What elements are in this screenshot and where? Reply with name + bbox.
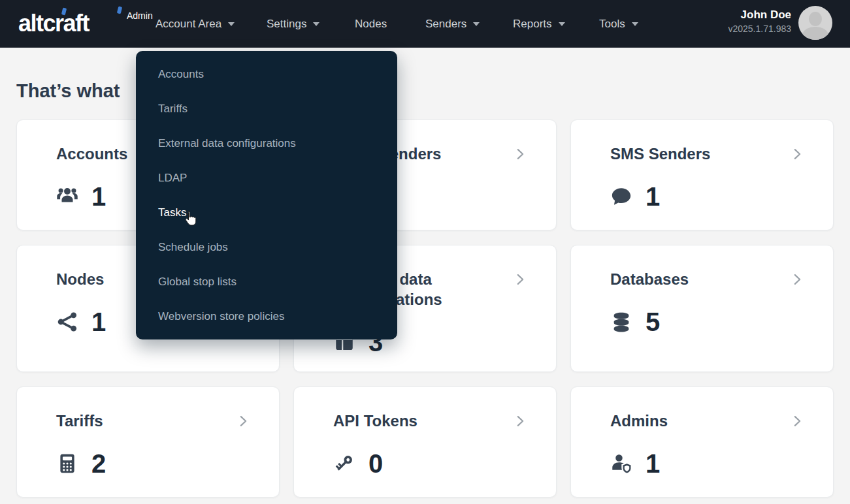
nav-label: Account Area (155, 18, 221, 31)
nav-label: Settings (267, 18, 306, 31)
card-count: 0 (368, 450, 383, 477)
nav-label: Nodes (355, 18, 387, 31)
chevron-right-icon (513, 272, 527, 287)
card-api-tokens[interactable]: API Tokens 0 (293, 386, 557, 497)
menu-item-tariffs[interactable]: Tariffs (136, 91, 397, 126)
chevron-right-icon (790, 272, 804, 287)
menu-item-accounts[interactable]: Accounts (136, 57, 397, 91)
brand-wordmark: altcraft (18, 10, 89, 37)
card-title: SMS Senders (610, 144, 710, 164)
chevron-down-icon (632, 22, 638, 26)
menu-item-ldap[interactable]: LDAP (136, 161, 397, 195)
card-count: 1 (91, 309, 106, 335)
menu-item-global-stop-lists[interactable]: Global stop lists (136, 264, 397, 299)
card-admins[interactable]: Admins 1 (570, 386, 834, 497)
calculator-icon (56, 452, 78, 475)
nav-nodes[interactable]: Nodes (355, 0, 387, 48)
card-title: Accounts (56, 144, 127, 164)
card-count: 1 (646, 450, 660, 477)
speech-bubble-icon (610, 185, 632, 208)
menu-item-external-data-configurations[interactable]: External data configurations (136, 126, 397, 161)
avatar-silhouette (809, 12, 822, 26)
nav-account-area[interactable]: Account Area (155, 0, 235, 48)
user-shield-icon (610, 452, 632, 475)
chevron-right-icon (790, 414, 804, 428)
menu-item-schedule-jobs[interactable]: Schedule jobs (136, 230, 397, 264)
topbar: altcraft Admin Account Area Settings Nod… (0, 0, 850, 48)
menu-item-tasks[interactable]: Tasks (136, 195, 397, 230)
card-count: 1 (646, 183, 660, 210)
card-count: 1 (91, 183, 106, 210)
nav-label: Reports (513, 18, 552, 31)
menu-item-webversion-store-policies[interactable]: Webversion store policies (136, 299, 397, 334)
brand-logo[interactable]: altcraft Admin (18, 9, 89, 38)
users-icon (56, 185, 78, 208)
chevron-right-icon (790, 147, 804, 161)
card-title: API Tokens (333, 411, 417, 431)
card-title: Nodes (56, 269, 104, 289)
chevron-right-icon (513, 414, 527, 428)
avatar-silhouette (802, 27, 828, 40)
user-info: John Doe v2025.1.71.983 (728, 8, 791, 35)
cursor-pointer-icon (182, 210, 198, 228)
chevron-down-icon (313, 22, 319, 26)
chevron-down-icon (559, 22, 565, 26)
nav-senders[interactable]: Senders (425, 0, 480, 48)
card-tariffs[interactable]: Tariffs 2 (16, 386, 280, 497)
user-name: John Doe (728, 8, 791, 22)
avatar[interactable] (798, 6, 832, 40)
chevron-right-icon (513, 147, 527, 161)
chevron-right-icon (236, 414, 250, 428)
nav-tools[interactable]: Tools (599, 0, 638, 48)
chevron-down-icon (473, 22, 480, 26)
nav-settings[interactable]: Settings (267, 0, 319, 48)
settings-dropdown-menu: Accounts Tariffs External data configura… (136, 51, 397, 339)
card-databases[interactable]: Databases 5 (570, 245, 834, 372)
card-title: Admins (610, 411, 668, 431)
card-count: 2 (91, 450, 106, 477)
card-count: 5 (646, 309, 660, 335)
app-version: v2025.1.71.983 (728, 22, 791, 35)
key-icon (333, 452, 355, 475)
chevron-down-icon (228, 22, 235, 26)
card-title: Tariffs (56, 411, 103, 431)
share-nodes-icon (56, 311, 78, 333)
database-icon (610, 311, 632, 333)
dashboard: That’s what Accounts 1 Email Senders (0, 48, 850, 497)
card-title: Databases (610, 269, 689, 289)
nav-label: Senders (425, 18, 466, 31)
card-sms-senders[interactable]: SMS Senders 1 (570, 119, 834, 230)
brand-suffix: Admin (127, 10, 153, 21)
brand-accent-icon (117, 6, 122, 14)
nav-label: Tools (599, 18, 625, 31)
nav-reports[interactable]: Reports (513, 0, 565, 48)
